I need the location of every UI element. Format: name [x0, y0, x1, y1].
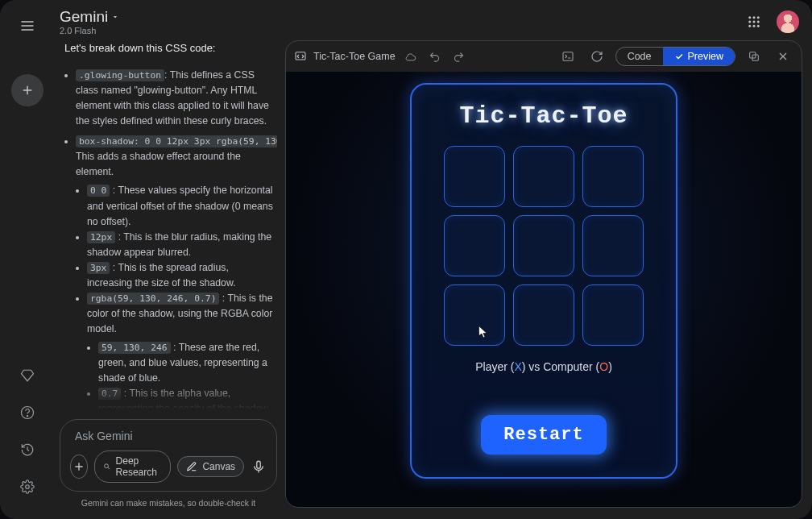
- close-canvas-button[interactable]: [773, 46, 793, 67]
- svg-point-11: [748, 21, 751, 23]
- mic-button[interactable]: [251, 455, 267, 478]
- menu-icon: [19, 18, 35, 34]
- pencil-icon: [186, 461, 197, 472]
- gem-button[interactable]: [14, 363, 40, 388]
- add-attachment-button[interactable]: [70, 455, 88, 479]
- tictactoe-card: Tic-Tac-Toe: [410, 83, 677, 479]
- undo-button[interactable]: [426, 48, 444, 65]
- undo-icon: [429, 51, 441, 63]
- settings-button[interactable]: [14, 474, 40, 500]
- svg-point-10: [757, 16, 760, 19]
- tab-code[interactable]: Code: [616, 48, 663, 65]
- svg-point-9: [753, 16, 756, 19]
- game-title: Tic-Tac-Toe: [431, 102, 657, 130]
- gem-icon: [20, 368, 35, 383]
- code-snippet: 12px: [87, 231, 115, 243]
- chat-intro: Let's break down this CSS code:: [64, 40, 274, 56]
- grid-cell[interactable]: [513, 146, 574, 207]
- input-container: Ask Gemini Deep Research Canvas: [60, 419, 277, 492]
- code-snippet: 3px: [87, 262, 110, 274]
- list-item: 12px : This is the blur radius, making t…: [87, 230, 274, 260]
- refresh-icon: [590, 50, 603, 63]
- code-snippet: 59, 130, 246: [98, 342, 171, 354]
- grid-cell[interactable]: [444, 284, 505, 346]
- history-button[interactable]: [14, 437, 40, 463]
- svg-point-16: [757, 25, 760, 27]
- list-item: 59, 130, 246 : These are the red, green,…: [98, 340, 274, 386]
- redo-icon: [453, 51, 465, 63]
- copy-icon: [748, 50, 760, 63]
- svg-line-20: [108, 467, 110, 469]
- list-item: box-shadow: 0 0 12px 3px rgba(59, 130, 2…: [76, 134, 274, 414]
- list-item: 0.7 : This is the alpha value, represent…: [98, 386, 274, 414]
- list-item: 3px : This is the spread radius, increas…: [87, 260, 274, 291]
- model-switcher[interactable]: Gemini: [60, 8, 119, 26]
- code-snippet: 0.7: [98, 388, 121, 400]
- apps-grid-icon: [747, 15, 761, 29]
- svg-rect-23: [296, 52, 305, 60]
- history-icon: [20, 442, 35, 457]
- chip-label: Deep Research: [116, 455, 163, 478]
- help-icon: [20, 405, 35, 420]
- help-button[interactable]: [14, 400, 40, 426]
- restart-button[interactable]: Restart: [481, 415, 606, 455]
- svg-point-8: [748, 16, 751, 19]
- svg-point-12: [753, 21, 756, 23]
- copy-button[interactable]: [744, 46, 764, 67]
- canvas-chip[interactable]: Canvas: [177, 456, 244, 477]
- svg-rect-21: [257, 461, 261, 468]
- cloud-icon: [404, 51, 416, 63]
- model-subtitle: 2.0 Flash: [60, 26, 119, 35]
- deep-research-chip[interactable]: Deep Research: [94, 450, 172, 483]
- search-sparkle-icon: [103, 461, 111, 472]
- terminal-icon: [561, 50, 574, 63]
- chip-label: Canvas: [202, 461, 235, 472]
- gear-icon: [20, 480, 35, 494]
- refresh-button[interactable]: [586, 46, 607, 67]
- svg-point-6: [27, 416, 27, 417]
- grid-cell[interactable]: [513, 284, 574, 346]
- grid-cell[interactable]: [582, 284, 644, 346]
- code-snippet: 0 0: [87, 185, 110, 197]
- svg-rect-24: [563, 52, 573, 61]
- list-item: .glowing-button: This defines a CSS clas…: [76, 68, 274, 129]
- grid-cell[interactable]: [513, 215, 574, 276]
- plus-icon: [20, 83, 35, 98]
- plus-icon: [72, 460, 85, 473]
- svg-point-19: [105, 464, 109, 468]
- list-item: 0 0 : These values specify the horizonta…: [87, 183, 274, 229]
- grid-cell[interactable]: [444, 146, 505, 207]
- svg-point-13: [757, 21, 760, 23]
- artifact-icon: [294, 50, 307, 63]
- view-toggle: Code Preview: [615, 47, 735, 66]
- redo-button[interactable]: [450, 48, 468, 65]
- list-item: rgba(59, 130, 246, 0.7) : This is the co…: [87, 291, 274, 414]
- canvas-title: Tic-Tac-Toe Game: [313, 51, 396, 62]
- canvas-panel: Tic-Tac-Toe Game: [285, 40, 802, 508]
- tab-preview[interactable]: Preview: [663, 48, 735, 65]
- brand-name: Gemini: [60, 8, 108, 26]
- code-snippet: .glowing-button: [76, 69, 164, 81]
- prompt-input[interactable]: Ask Gemini: [75, 430, 265, 442]
- grid-cell[interactable]: [444, 215, 505, 276]
- console-button[interactable]: [557, 46, 578, 67]
- code-snippet: box-shadow: 0 0 12px 3px rgba(59, 130, 2…: [76, 135, 277, 147]
- game-status: Player (X) vs Computer (O): [431, 360, 657, 373]
- hamburger-menu-button[interactable]: [11, 10, 44, 42]
- chat-output: Let's break down this CSS code: .glowing…: [60, 40, 277, 414]
- user-avatar[interactable]: [777, 10, 799, 33]
- canvas-preview-body: Tic-Tac-Toe: [286, 72, 802, 507]
- svg-point-15: [753, 25, 756, 27]
- check-icon: [674, 52, 684, 61]
- tab-preview-label: Preview: [688, 51, 723, 62]
- grid-cell[interactable]: [582, 215, 644, 276]
- close-icon: [777, 50, 789, 63]
- code-snippet: rgba(59, 130, 246, 0.7): [87, 293, 219, 305]
- new-chat-button[interactable]: [11, 74, 44, 106]
- game-grid: [431, 146, 657, 346]
- mic-icon: [251, 459, 266, 474]
- grid-cell[interactable]: [582, 146, 644, 207]
- apps-launcher[interactable]: [743, 10, 765, 33]
- caret-down-icon: [111, 13, 119, 21]
- cloud-sync-button[interactable]: [402, 48, 420, 65]
